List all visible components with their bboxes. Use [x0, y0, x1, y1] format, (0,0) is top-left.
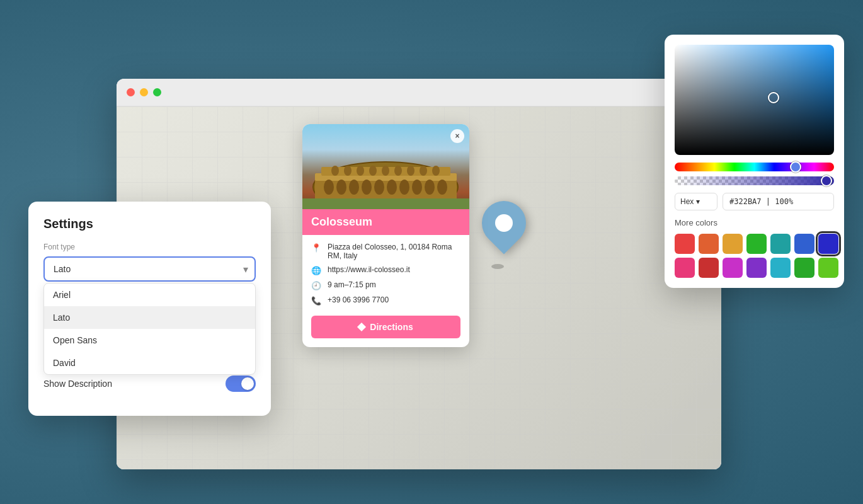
font-select-container: Ariel Lato Open Sans David ▾ Ariel Lato … [43, 256, 256, 282]
color-picker-panel: Hex ▾ #322BA7 | 100% More colors [665, 35, 844, 288]
show-description-label: Show Description [43, 379, 112, 389]
location-icon: 📍 [311, 243, 321, 253]
svg-point-15 [331, 166, 339, 176]
swatch-medium-green[interactable] [794, 258, 814, 278]
swatch-red[interactable] [675, 234, 695, 254]
card-title-section: Colosseum [302, 209, 469, 235]
clock-icon: 🕘 [311, 281, 321, 290]
more-colors-label: More colors [675, 218, 834, 227]
svg-point-16 [344, 166, 351, 176]
traffic-light-yellow[interactable] [140, 88, 148, 96]
dropdown-item-ariel[interactable]: Ariel [44, 284, 255, 306]
color-swatches [675, 234, 834, 278]
svg-point-21 [407, 166, 414, 176]
hue-cursor [790, 161, 801, 173]
svg-point-4 [324, 180, 334, 195]
svg-point-20 [394, 166, 402, 176]
card-hours-row: 🕘 9 am–7:15 pm [311, 280, 460, 290]
close-icon: × [455, 132, 459, 140]
swatch-yellow[interactable] [723, 234, 743, 254]
swatch-row-1 [675, 234, 834, 254]
font-type-label: Font type [43, 243, 256, 251]
svg-point-13 [437, 180, 447, 195]
traffic-light-green[interactable] [153, 88, 161, 96]
settings-title: Settings [43, 217, 256, 231]
svg-point-17 [357, 166, 364, 176]
svg-point-6 [349, 180, 359, 195]
dropdown-item-open-sans[interactable]: Open Sans [44, 329, 255, 352]
card-website-row: 🌐 https://www.il-colosseo.it [311, 265, 460, 275]
location-pin [482, 201, 526, 245]
pin-shadow [491, 264, 504, 269]
swatch-teal[interactable] [770, 234, 791, 254]
color-gradient-box[interactable] [675, 45, 834, 155]
swatch-row-2 [675, 258, 834, 278]
card-details: 📍 Piazza del Colosseo, 1, 00184 Roma RM,… [302, 235, 469, 313]
hex-value-input[interactable]: #322BA7 | 100% [723, 193, 834, 210]
font-dropdown-list: Ariel Lato Open Sans David [43, 283, 256, 375]
swatch-green[interactable] [746, 234, 767, 254]
card-close-button[interactable]: × [450, 129, 464, 143]
directions-diamond-icon [357, 323, 366, 331]
swatch-pink[interactable] [675, 258, 695, 278]
swatch-cyan[interactable] [770, 258, 791, 278]
svg-rect-24 [302, 198, 469, 209]
svg-point-8 [374, 180, 384, 195]
alpha-cursor [821, 175, 832, 186]
card-phone-row: 📞 +39 06 3996 7700 [311, 295, 460, 306]
svg-point-11 [412, 180, 422, 195]
card-phone: +39 06 3996 7700 [328, 295, 389, 304]
swatch-dark-red[interactable] [699, 258, 719, 278]
gradient-cursor [768, 92, 779, 103]
hex-select[interactable]: Hex ▾ [675, 193, 717, 210]
dropdown-item-lato[interactable]: Lato [44, 306, 255, 329]
pin-inner [491, 210, 517, 236]
svg-point-5 [336, 180, 346, 195]
directions-button[interactable]: Directions [311, 316, 460, 338]
pin-body [473, 192, 535, 255]
toggle-knob-description [241, 377, 254, 390]
card-image-bg [302, 124, 469, 209]
swatch-blue[interactable] [794, 234, 814, 254]
swatch-purple[interactable] [746, 258, 767, 278]
settings-panel: Settings Font type Ariel Lato Open Sans … [28, 202, 271, 416]
globe-icon: 🌐 [311, 266, 321, 275]
card-hours: 9 am–7:15 pm [328, 280, 376, 289]
phone-icon: 📞 [311, 296, 321, 306]
hue-slider[interactable] [675, 163, 834, 171]
card-title: Colosseum [311, 215, 460, 229]
svg-point-23 [432, 166, 440, 176]
color-inputs: Hex ▾ #322BA7 | 100% [675, 193, 834, 210]
swatch-orange[interactable] [699, 234, 719, 254]
card-website: https://www.il-colosseo.it [328, 265, 410, 274]
info-card: × Colosseum 📍 Piazza del Colosseo, 1, 00… [302, 124, 469, 347]
directions-label: Directions [370, 322, 413, 332]
hex-chevron-icon: ▾ [696, 197, 700, 206]
traffic-light-red[interactable] [127, 88, 135, 96]
show-description-row: Show Description [43, 375, 256, 392]
font-select[interactable]: Ariel Lato Open Sans David [43, 256, 256, 282]
swatch-magenta[interactable] [723, 258, 743, 278]
svg-point-10 [399, 180, 409, 195]
svg-point-22 [420, 166, 427, 176]
alpha-slider[interactable] [675, 176, 834, 185]
card-address-row: 📍 Piazza del Colosseo, 1, 00184 Roma RM,… [311, 243, 460, 260]
browser-titlebar [117, 79, 721, 106]
card-image: × [302, 124, 469, 209]
svg-point-7 [362, 180, 372, 195]
card-address: Piazza del Colosseo, 1, 00184 Roma RM, I… [328, 243, 460, 260]
swatch-dark-blue[interactable] [818, 234, 838, 254]
svg-point-12 [425, 180, 435, 195]
svg-point-19 [382, 166, 389, 176]
show-description-toggle[interactable] [226, 375, 256, 392]
svg-point-18 [369, 166, 377, 176]
dropdown-item-david[interactable]: David [44, 352, 255, 374]
svg-point-9 [387, 180, 397, 195]
swatch-lime[interactable] [818, 258, 838, 278]
hex-label: Hex [680, 197, 694, 206]
